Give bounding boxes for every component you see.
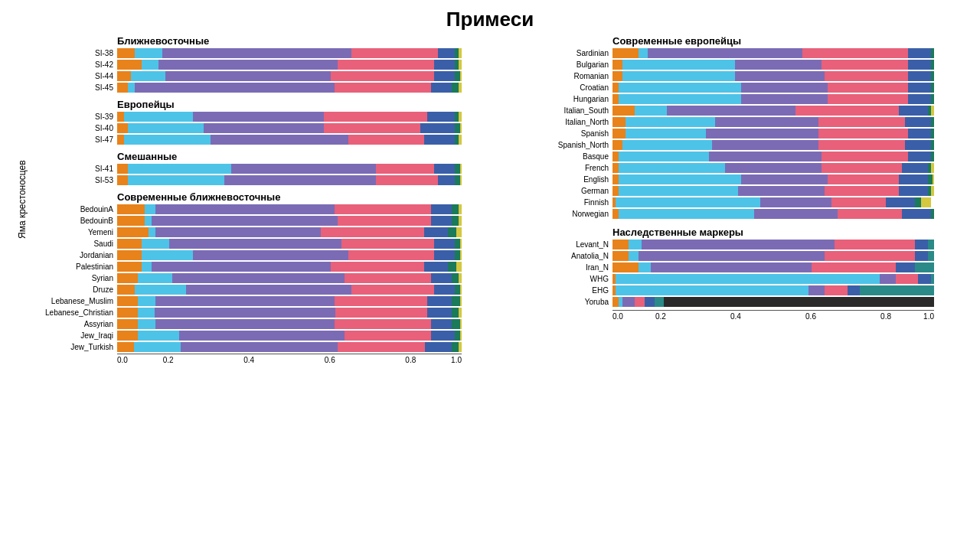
bar-label: SI-44: [33, 72, 117, 80]
bar-row: Lebanese_Christian: [33, 308, 521, 318]
bar-segment: [931, 152, 934, 161]
bar-segment: [452, 83, 459, 93]
bar-row: Spanish: [536, 129, 965, 139]
bar-label: Sardinian: [536, 49, 612, 57]
bar-segment: [455, 175, 460, 185]
bar-segment: [838, 209, 902, 219]
bar-segment: [612, 209, 619, 219]
bar-segment: [427, 308, 451, 318]
bar-row: Lebanese_Muslim: [33, 296, 521, 306]
bar-container: [117, 227, 462, 237]
bar-segment: [933, 174, 934, 184]
bar-segment: [335, 83, 431, 93]
bar-label: Jordanian: [33, 251, 117, 259]
bar-segment: [452, 308, 459, 318]
bar-segment: [142, 262, 152, 272]
bar-segment: [348, 135, 424, 145]
bar-container: [612, 274, 934, 284]
bar-segment: [612, 106, 635, 116]
bar-segment: [738, 186, 825, 196]
bar-segment: [335, 204, 431, 214]
bar-row: SI-42: [33, 60, 521, 70]
bar-row: Hungarian: [536, 94, 965, 104]
bar-label: Jew_Iraqi: [33, 331, 117, 340]
bar-segment: [822, 152, 908, 161]
bar-segment: [117, 308, 138, 318]
bar-container: [612, 163, 934, 173]
bar-row: SI-47: [33, 135, 521, 145]
bar-segment: [612, 117, 626, 127]
bar-segment: [760, 197, 831, 207]
bar-segment: [438, 48, 456, 58]
bar-segment: [431, 216, 452, 226]
bar-label: Yemeni: [33, 228, 117, 236]
bar-segment: [338, 60, 434, 70]
bar-segment: [619, 174, 741, 184]
bar-segment: [931, 186, 934, 196]
x-axis-tick: 1.0: [451, 356, 462, 364]
bar-label: Finnish: [536, 198, 612, 207]
bar-segment: [324, 112, 427, 122]
bar-row: Palestinian: [33, 262, 521, 272]
bar-segment: [452, 204, 459, 214]
bar-segment: [456, 262, 462, 272]
bar-segment: [835, 240, 915, 249]
x-axis: 0.00.20.40.60.81.0: [536, 310, 934, 321]
bar-segment: [825, 71, 908, 81]
bar-segment: [899, 106, 928, 116]
bar-segment: [905, 117, 931, 127]
bar-row: BedouinB: [33, 216, 521, 226]
bar-segment: [908, 60, 930, 70]
bar-label: SI-40: [33, 124, 117, 132]
bar-segment: [612, 240, 629, 249]
bar-segment: [117, 285, 135, 295]
bar-segment: [324, 123, 420, 133]
bar-segment: [345, 273, 431, 283]
bar-segment: [915, 197, 921, 207]
x-axis-tick: 0.2: [623, 312, 698, 321]
bar-segment: [427, 112, 455, 122]
bar-segment: [117, 239, 142, 249]
bar-segment: [431, 273, 452, 283]
bar-label: SI-53: [33, 176, 117, 184]
bar-segment: [880, 274, 896, 284]
bar-label: WHG: [536, 275, 612, 283]
bar-segment: [425, 342, 452, 352]
bar-segment: [169, 239, 341, 249]
bar-row: Sardinian: [536, 48, 965, 58]
bar-segment: [135, 83, 335, 93]
bar-segment: [348, 250, 435, 260]
x-axis-tick: 0.6: [289, 356, 371, 364]
bar-segment: [376, 175, 438, 185]
bar-segment: [635, 106, 667, 116]
bar-segment: [931, 140, 934, 150]
bar-segment: [931, 209, 934, 219]
bar-segment: [117, 262, 142, 272]
bar-row: Jew_Turkish: [33, 342, 521, 352]
bar-label: Jew_Turkish: [33, 343, 117, 351]
bar-row: Basque: [536, 152, 965, 161]
bar-row: English: [536, 174, 965, 184]
bar-segment: [667, 106, 795, 116]
bar-container: [117, 308, 462, 318]
bar-label: SI-42: [33, 60, 117, 69]
bar-segment: [341, 239, 435, 249]
bar-segment: [741, 83, 828, 93]
bar-segment: [928, 251, 934, 261]
bar-segment: [619, 152, 709, 161]
bar-segment: [459, 83, 462, 93]
bar-segment: [460, 71, 462, 81]
x-axis-tick: 0.4: [698, 312, 773, 321]
bar-segment: [905, 140, 931, 150]
bar-segment: [181, 342, 338, 352]
bar-segment: [459, 112, 462, 122]
bar-segment: [456, 227, 462, 237]
bar-segment: [335, 319, 431, 329]
bar-segment: [831, 197, 886, 207]
bar-segment: [338, 342, 425, 352]
bar-row: EHG: [536, 285, 965, 295]
bar-segment: [155, 227, 321, 237]
bar-segment: [664, 297, 934, 307]
bar-segment: [741, 94, 828, 104]
bar-segment: [434, 71, 455, 81]
